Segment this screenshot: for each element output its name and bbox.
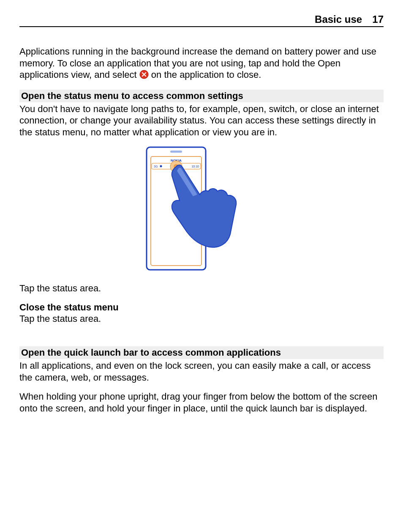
section-heading-quick-launch: Open the quick launch bar to access comm… (19, 346, 384, 359)
svg-point-5 (160, 165, 162, 167)
tap-gesture-figure: NOKIA 3G 10:10 (19, 145, 384, 275)
quick-launch-paragraph-2: When holding your phone upright, drag yo… (19, 391, 384, 414)
svg-rect-2 (170, 151, 182, 153)
time-label: 10:10 (191, 165, 199, 168)
intro-text-b: on the application to close. (151, 69, 261, 80)
quick-launch-paragraph-1: In all applications, and even on the loc… (19, 360, 384, 383)
close-status-menu-text: Tap the status area. (19, 313, 384, 325)
document-page: Basic use 17 Applications running in the… (0, 0, 403, 439)
section-heading-status-menu: Open the status menu to access common se… (19, 90, 384, 102)
close-x-icon (139, 70, 149, 82)
section-title: Basic use (315, 14, 362, 25)
signal-label: 3G (154, 165, 158, 168)
intro-paragraph: Applications running in the background i… (19, 46, 384, 82)
page-number: 17 (372, 14, 384, 25)
close-status-menu-heading: Close the status menu (19, 302, 384, 313)
status-menu-paragraph: You don't have to navigate long paths to… (19, 103, 384, 138)
page-header: Basic use 17 (19, 8, 384, 27)
tap-status-area-text: Tap the status area. (19, 282, 384, 294)
